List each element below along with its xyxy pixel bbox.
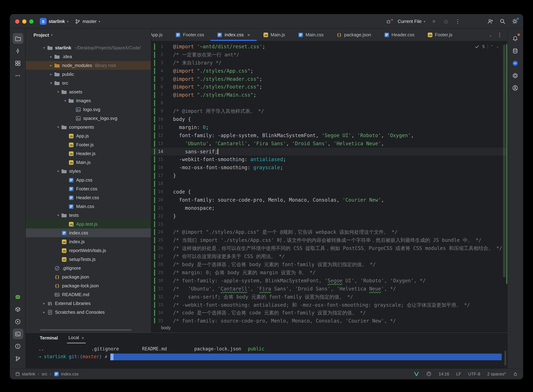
code-line-34[interactable]: 34/* code 是一个选择器，它会将 code 元素的 font-famil…	[151, 309, 507, 317]
chevron-collapsed-icon[interactable]: ▸	[48, 63, 54, 67]
chevron-expanded-icon[interactable]: ▾	[55, 213, 61, 217]
tree-item-header-js[interactable]: JSHeader.js	[26, 149, 151, 158]
run-button[interactable]	[431, 19, 437, 24]
terminal-tab-local[interactable]: Local ×	[67, 333, 85, 343]
code-line-18[interactable]: 18	[151, 180, 507, 188]
editor-tab-main-js[interactable]: JSMain.js	[257, 28, 291, 41]
run-configuration-selector[interactable]: Current File ▾	[398, 19, 425, 24]
minimize-window-button[interactable]	[22, 19, 26, 23]
code-line-20[interactable]: 20 font-family: source-code-pro, Menlo, …	[151, 196, 507, 204]
code-line-8[interactable]: 8	[151, 99, 507, 107]
tree-item-tests[interactable]: ▾tests	[26, 211, 151, 220]
tree-item-readme-md[interactable]: README.md	[26, 290, 151, 299]
copilot-status-icon[interactable]	[426, 371, 432, 377]
package-tool-icon[interactable]	[13, 304, 23, 314]
next-problem-icon[interactable]: ⌄	[496, 45, 499, 48]
project-widget[interactable]: S starlink ▾	[40, 18, 69, 25]
terminal-scrollbar[interactable]	[505, 351, 506, 366]
code-line-7[interactable]: 7@import "./styles/Main.css";	[151, 91, 507, 99]
version-control-tool-icon[interactable]	[13, 353, 23, 364]
code-line-26[interactable]: 26/* 这样做的好处是，你可以在生产环境中使用不同的 CSS 提取工具，例如 …	[151, 244, 507, 252]
tree-item-package-json[interactable]: {}package.json	[26, 272, 151, 281]
chevron-collapsed-icon[interactable]: ▸	[48, 72, 54, 76]
hidden-tabs-chevron-icon[interactable]: ⌄	[489, 33, 492, 37]
notifications-icon[interactable]	[510, 33, 520, 44]
code-line-19[interactable]: 19code {	[151, 188, 507, 196]
tree-item-main-css[interactable]: Main.css	[26, 202, 151, 211]
tree-item-external-libraries[interactable]: ▸External Libraries	[26, 299, 151, 308]
code-line-27[interactable]: 27/* 你可以在这里阅读更多关于 CSS 的用法。 */	[151, 252, 507, 261]
bug-disabled-icon[interactable]: ×	[386, 19, 391, 24]
tree-item-node-modules[interactable]: ▸node_moduleslibrary root	[26, 61, 151, 70]
chevron-collapsed-icon[interactable]: ▸	[48, 55, 54, 59]
code-line-21[interactable]: 21 monospace;	[151, 204, 507, 212]
tab-options-icon[interactable]: ⋮	[497, 32, 502, 38]
plugin-green-icon[interactable]	[13, 292, 23, 302]
code-line-11[interactable]: 11 margin: 0;	[151, 123, 507, 131]
tree-item-components[interactable]: ▾components	[26, 123, 151, 131]
tree-item-gitignore[interactable]: .gitignore	[26, 264, 151, 272]
code-line-31[interactable]: 31/* 'Ubuntu', 'Cantarell', 'Fira Sans',…	[151, 285, 507, 293]
editor-tab-index-css[interactable]: index.css×	[210, 28, 257, 41]
tree-item-footer-css[interactable]: Footer.css	[26, 184, 151, 193]
structure-tool-icon[interactable]	[13, 58, 23, 68]
inspections-widget[interactable]: 5 ⌃ ⌄	[473, 43, 501, 50]
tree-item-app-css[interactable]: App.css	[26, 176, 151, 184]
code-line-29[interactable]: 29/* margin: 0; 会将 body 元素的 margin 设置为 0…	[151, 269, 507, 277]
chevron-collapsed-icon[interactable]: ▸	[41, 310, 47, 314]
tree-item-logo-svg[interactable]: logo.svg	[26, 105, 151, 114]
chevron-expanded-icon[interactable]: ▾	[55, 125, 61, 129]
code-line-3[interactable]: 3/* 来自library */	[151, 59, 507, 67]
tree-item-package-lock-json[interactable]: {}package-lock.json	[26, 281, 151, 290]
tree-item-scratches-and-consoles[interactable]: ▸Scratches and Consoles	[26, 308, 151, 317]
tree-item-public[interactable]: ▸public	[26, 70, 151, 79]
status-breadcrumb-src[interactable]: src	[42, 371, 47, 376]
terminal-output[interactable]: ...gitignoreREADME.mdpackage-lock.jsonpu…	[26, 343, 507, 368]
services-tool-icon[interactable]	[13, 316, 23, 327]
indent-style[interactable]: 2 spaces*	[487, 371, 506, 376]
code-line-5[interactable]: 5@import "./styles/Header.css";	[151, 75, 507, 83]
problems-tool-icon[interactable]	[13, 341, 23, 351]
code-line-4[interactable]: 4@import "./styles/App.css";	[151, 67, 507, 75]
tree-item-src[interactable]: ▾src	[26, 79, 151, 87]
close-tab-icon[interactable]: ×	[247, 32, 250, 37]
line-separator[interactable]: LF	[456, 371, 461, 376]
project-tool-icon[interactable]	[13, 33, 23, 44]
code-line-15[interactable]: 15 -webkit-font-smoothing: antialiased;	[151, 156, 507, 164]
file-encoding[interactable]: UTF-8	[468, 371, 480, 376]
code-line-9[interactable]: 9/* @import 用于导入其他样式表。 */	[151, 107, 507, 115]
editor-tab-app-js[interactable]: JSApp.js	[151, 28, 169, 41]
tree-item-images[interactable]: ▾images	[26, 96, 151, 105]
branch-widget[interactable]: master ▾	[75, 19, 100, 24]
zoom-window-button[interactable]	[29, 19, 33, 23]
more-actions-icon[interactable]: ⋮	[455, 18, 460, 24]
chevron-expanded-icon[interactable]: ▾	[62, 99, 68, 103]
chevron-expanded-icon[interactable]: ▾	[41, 46, 47, 50]
terminal-tool-icon[interactable]	[13, 329, 23, 339]
tree-item-app-js[interactable]: JSApp.js	[26, 131, 151, 140]
tree-item-footer-js[interactable]: JSFooter.js	[26, 140, 151, 149]
assistant-plugin-icon[interactable]	[510, 83, 520, 93]
tree-item-spacex-logo-svg[interactable]: spacex_logo.svg	[26, 114, 151, 123]
editor-tab-footer-css[interactable]: Footer.css	[169, 28, 210, 41]
tree-item-setuptests-js[interactable]: JSsetupTests.js	[26, 255, 151, 264]
code-line-22[interactable]: 22}	[151, 212, 507, 220]
code-line-35[interactable]: 35/* font-family: source-code-pro, Menlo…	[151, 317, 507, 323]
code-line-1[interactable]: 1@import '~antd/dist/reset.css';	[151, 43, 507, 51]
unlocked-lock-icon[interactable]	[513, 371, 518, 376]
tree-item-index-css[interactable]: index.css	[26, 229, 151, 237]
tree-item-index-js[interactable]: JSindex.js	[26, 237, 151, 246]
chevron-collapsed-icon[interactable]: ▸	[41, 301, 47, 305]
code-line-2[interactable]: 2/* 一定要放在第一行 ant*/	[151, 51, 507, 59]
project-panel-header[interactable]: Project ▾	[26, 28, 151, 41]
code-line-16[interactable]: 16 -moz-osx-font-smoothing: grayscale;	[151, 164, 507, 172]
tree-item-styles[interactable]: ▾styles	[26, 167, 151, 176]
tree-item-starlink[interactable]: ▾starlink~/Desktop/Projects/SpaceX/Code/	[26, 43, 151, 52]
chat-plugin-icon[interactable]	[510, 58, 520, 68]
tree-item-header-css[interactable]: Header.css	[26, 193, 151, 202]
code-line-17[interactable]: 17}	[151, 172, 507, 180]
editor-scrollbar[interactable]	[503, 45, 505, 277]
horizontal-scrollbar[interactable]	[40, 329, 131, 331]
code-editor[interactable]: 1@import '~antd/dist/reset.css';2/* 一定要放…	[151, 41, 507, 323]
settings-gear-icon[interactable]	[512, 18, 518, 24]
